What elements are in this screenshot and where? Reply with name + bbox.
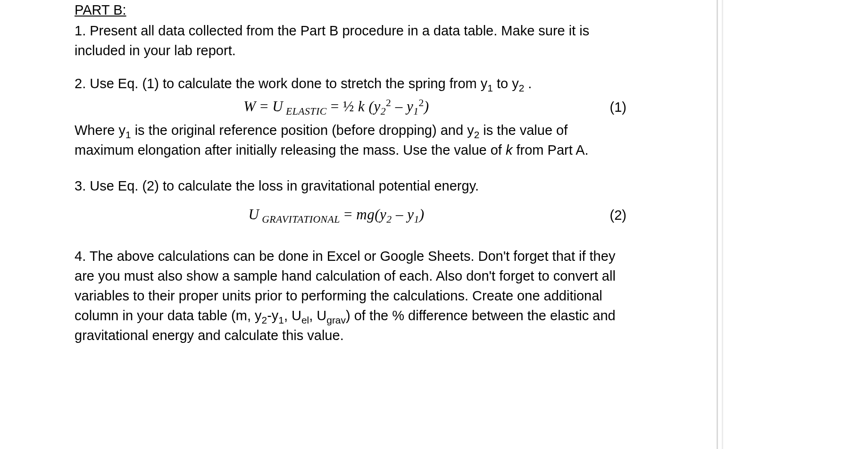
eq-equals: = xyxy=(256,98,272,115)
item-3: 3. Use Eq. (2) to calculate the loss in … xyxy=(75,176,626,196)
eq-subscript-gravitational: GRAVITATIONAL xyxy=(259,214,340,225)
subscript-2: 2 xyxy=(262,315,267,325)
text: is the original reference position (befo… xyxy=(131,123,474,138)
eq-minus: – y xyxy=(391,98,413,115)
page-margin-rule xyxy=(717,0,718,449)
equation-1: W = U ELASTIC = ½ k (y22 – y12) xyxy=(75,96,598,117)
text: 2. Use Eq. (1) to calculate the work don… xyxy=(75,76,487,91)
variable-k: k xyxy=(506,142,513,158)
equation-1-label: (1) xyxy=(598,97,626,117)
eq-half: ½ xyxy=(343,98,358,115)
equation-1-row: W = U ELASTIC = ½ k (y22 – y12) (1) xyxy=(75,96,626,117)
subscript-el: el xyxy=(301,315,309,325)
equation-2: U GRAVITATIONAL = mg(y2 – y1) xyxy=(75,204,598,225)
eq-sub-2: 2 xyxy=(381,106,386,117)
document-page: PART B: 1. Present all data collected fr… xyxy=(0,0,868,449)
eq-paren-close: ) xyxy=(424,98,429,115)
page-margin-rule-inner xyxy=(722,0,723,449)
text: . xyxy=(524,76,532,91)
item-2-intro: 2. Use Eq. (1) to calculate the work don… xyxy=(75,74,626,93)
subscript-2: 2 xyxy=(519,83,525,93)
text: , U xyxy=(284,308,301,323)
eq-paren-close: ) xyxy=(419,206,425,223)
item-4: 4. The above calculations can be done in… xyxy=(75,246,626,345)
eq-sup-2: 2 xyxy=(386,97,391,108)
subscript-1: 1 xyxy=(278,315,284,325)
eq-paren-open: (y xyxy=(369,98,381,115)
item-1: 1. Present all data collected from the P… xyxy=(75,21,626,60)
equation-2-row: U GRAVITATIONAL = mg(y2 – y1) (2) xyxy=(75,204,626,225)
eq-sub-1: 1 xyxy=(414,214,419,225)
subscript-1: 1 xyxy=(125,129,131,140)
text: Where y xyxy=(75,123,125,138)
eq-sub-2: 2 xyxy=(386,214,392,225)
text: , U xyxy=(309,308,326,323)
text: from Part A. xyxy=(512,142,588,158)
eq-minus: – y xyxy=(392,206,414,223)
eq-sub-1: 1 xyxy=(413,106,418,117)
document-body: PART B: 1. Present all data collected fr… xyxy=(75,0,626,358)
eq-mg: mg(y xyxy=(356,206,386,223)
eq-k: k xyxy=(358,98,369,115)
eq-sup-2: 2 xyxy=(419,97,424,108)
equation-2-label: (2) xyxy=(598,205,626,225)
eq-U: U xyxy=(248,206,259,223)
subscript-2: 2 xyxy=(474,129,480,140)
subscript-grav: grav xyxy=(326,315,346,325)
eq-W: W xyxy=(243,98,256,115)
subscript-1: 1 xyxy=(487,83,493,93)
eq-subscript-elastic: ELASTIC xyxy=(283,106,327,117)
section-title: PART B: xyxy=(75,0,626,20)
eq-equals: = xyxy=(340,206,356,223)
text: -y xyxy=(267,308,278,323)
eq-U: U xyxy=(272,98,283,115)
item-2-after: Where y1 is the original reference posit… xyxy=(75,120,626,160)
eq-equals: = xyxy=(327,98,343,115)
text: to y xyxy=(493,76,519,91)
